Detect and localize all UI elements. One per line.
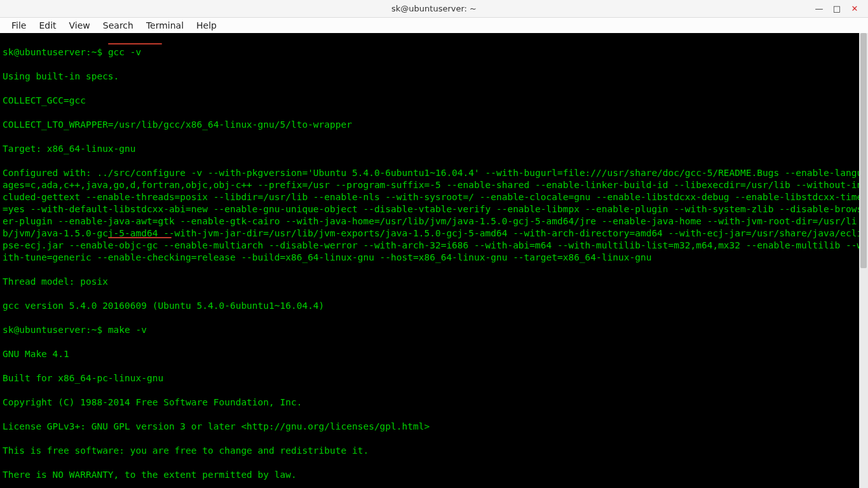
terminal-output: COLLECT_LTO_WRAPPER=/usr/lib/gcc/x86_64-…	[3, 119, 865, 131]
prompt: sk@ubuntuserver:~$	[3, 325, 108, 335]
command: make -v	[108, 325, 147, 335]
terminal-output: Built for x86_64-pc-linux-gnu	[3, 372, 865, 384]
terminal-area[interactable]: sk@ubuntuserver:~$ gcc -v Using built-in…	[0, 33, 868, 488]
annotation-underline	[108, 43, 162, 44]
terminal-output: Thread model: posix	[3, 276, 865, 288]
window-titlebar: sk@ubuntuserver: ~ — □ ✕	[0, 0, 868, 18]
prompt: sk@ubuntuserver:~$	[3, 47, 108, 57]
menu-view[interactable]: View	[63, 19, 97, 32]
terminal-output: gcc version 5.4.0 20160609 (Ubuntu 5.4.0…	[3, 300, 865, 312]
scrollbar-thumb[interactable]	[860, 33, 867, 268]
terminal-output: License GPLv3+: GNU GPL version 3 or lat…	[3, 421, 865, 433]
terminal-line: sk@ubuntuserver:~$ gcc -v	[3, 46, 865, 58]
terminal-line: sk@ubuntuserver:~$ make -v	[3, 324, 865, 336]
command: gcc -v	[108, 47, 141, 57]
terminal-output: GNU Make 4.1	[3, 348, 865, 360]
menubar: File Edit View Search Terminal Help	[0, 18, 868, 33]
window-controls: — □ ✕	[815, 0, 865, 17]
menu-file[interactable]: File	[5, 19, 32, 32]
window-title: sk@ubuntuserver: ~	[391, 4, 477, 13]
terminal-output: Copyright (C) 1988-2014 Free Software Fo…	[3, 396, 865, 409]
terminal-output: This is free software: you are free to c…	[3, 445, 865, 457]
maximize-button[interactable]: □	[832, 4, 841, 13]
terminal-output: Target: x86_64-linux-gnu	[3, 143, 865, 155]
scrollbar[interactable]	[859, 33, 868, 488]
minimize-button[interactable]: —	[815, 4, 824, 13]
menu-terminal[interactable]: Terminal	[140, 19, 190, 32]
terminal-output: COLLECT_GCC=gcc	[3, 95, 865, 107]
menu-search[interactable]: Search	[97, 19, 140, 32]
close-button[interactable]: ✕	[850, 4, 859, 13]
terminal-output: Using built-in specs.	[3, 71, 865, 83]
menu-edit[interactable]: Edit	[32, 19, 62, 32]
terminal-output: Configured with: ../src/configure -v --w…	[3, 167, 865, 264]
menu-help[interactable]: Help	[190, 19, 223, 32]
terminal-output: There is NO WARRANTY, to the extent perm…	[3, 469, 865, 481]
annotation-underline	[108, 237, 172, 238]
